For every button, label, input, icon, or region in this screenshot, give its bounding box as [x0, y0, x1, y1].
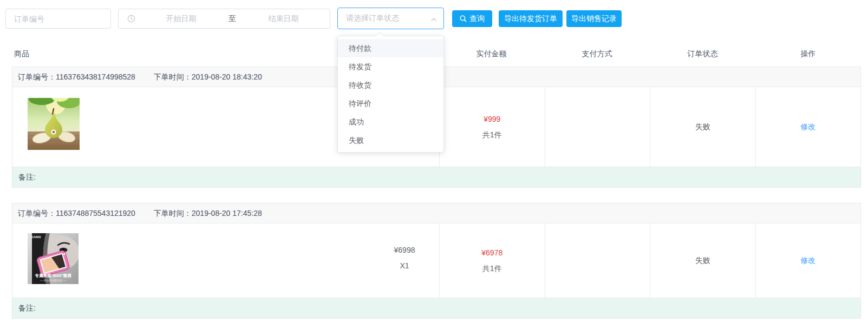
action-cell: 修改 [755, 87, 861, 167]
order-block: 订单编号：1163748875543121920 下单时间：2019-08-20… [12, 203, 861, 319]
order-time-value: 2019-08-20 17:45:28 [192, 209, 262, 218]
remark-label: 备注: [18, 304, 36, 312]
start-date-placeholder[interactable]: 开始日期 [139, 14, 223, 24]
status-option-success[interactable]: 成功 [338, 113, 443, 131]
export-pending-orders-button[interactable]: 导出待发货订单 [499, 10, 563, 27]
order-item-row: CASIO 专属美肌 9000°微调 — 持妆自拍新品色 — ¥6998 X1 … [12, 223, 860, 298]
order-status: 失败 [695, 119, 710, 135]
modify-link[interactable]: 修改 [800, 119, 815, 135]
product-image-pear[interactable] [28, 98, 80, 151]
order-status-cell: 失败 [650, 87, 755, 167]
header-action: 操作 [755, 49, 861, 59]
search-button-label: 查询 [469, 14, 485, 24]
unit-quantity: X1 [369, 258, 440, 274]
amount-cell: ¥6978 共1件 [439, 223, 545, 298]
status-option-pending-review[interactable]: 待评价 [338, 94, 443, 113]
chevron-up-icon [430, 16, 437, 24]
order-status-cell: 失败 [650, 223, 755, 298]
amount-cell: ¥999 共1件 [439, 87, 545, 167]
status-option-pending-payment[interactable]: 待付款 [338, 39, 443, 57]
header-status: 订单状态 [650, 49, 755, 59]
end-date-placeholder[interactable]: 结束日期 [242, 14, 325, 24]
order-header: 订单编号：1163748875543121920 下单时间：2019-08-20… [12, 203, 860, 223]
header-product: 商品 [12, 49, 357, 59]
date-range-separator: 至 [223, 14, 242, 24]
search-icon [460, 15, 467, 22]
paid-amount: ¥6978 [481, 245, 502, 261]
clock-icon [123, 15, 139, 23]
dropdown-arrow [376, 32, 383, 39]
order-number-label: 订单编号： [18, 209, 56, 218]
payment-method-cell [545, 223, 650, 298]
modify-link[interactable]: 修改 [800, 253, 815, 268]
status-option-failed[interactable]: 失败 [338, 131, 443, 149]
order-status-placeholder: 请选择订单状态 [346, 14, 399, 23]
header-payment: 支付方式 [544, 49, 650, 59]
order-time-label: 下单时间： [154, 209, 192, 218]
paid-amount-count: 共1件 [482, 127, 502, 143]
order-status-select[interactable]: 请选择订单状态 [337, 8, 444, 29]
order-number-value: 1163763438174998528 [56, 73, 135, 81]
order-time-label: 下单时间： [154, 73, 192, 81]
product-overlay-title: 专属美肌 9000°微调 [35, 273, 71, 278]
product-overlay-subtitle: — 持妆自拍新品色 — [40, 279, 66, 282]
paid-amount: ¥999 [484, 111, 500, 127]
payment-method-cell [545, 87, 650, 167]
product-brand-text: CASIO [31, 235, 41, 239]
status-option-pending-shipment[interactable]: 待发货 [338, 57, 443, 76]
remark-row: 备注: [12, 298, 860, 318]
remark-row: 备注: [12, 167, 860, 187]
order-time-value: 2019-08-20 18:43:20 [192, 73, 262, 81]
unit-price-block: ¥6998 X1 [369, 242, 440, 274]
export-sales-records-button[interactable]: 导出销售记录 [566, 10, 622, 27]
date-range-picker[interactable]: 开始日期 至 结束日期 [118, 9, 330, 29]
product-cell: CASIO 专属美肌 9000°微调 — 持妆自拍新品色 — ¥6998 X1 [12, 223, 439, 298]
unit-price: ¥6998 [369, 242, 440, 258]
order-number-label: 订单编号： [18, 73, 56, 81]
paid-amount-count: 共1件 [482, 261, 502, 276]
order-status-dropdown: 待付款 待发货 待收货 待评价 成功 失败 [337, 36, 444, 153]
order-status: 失败 [695, 253, 710, 268]
order-number-value: 1163748875543121920 [56, 209, 135, 218]
order-management-page: 开始日期 至 结束日期 请选择订单状态 查询 导出待发货订单 导出销售记录 商品… [0, 0, 868, 336]
search-button[interactable]: 查询 [452, 10, 492, 27]
status-option-pending-receipt[interactable]: 待收货 [338, 76, 443, 94]
product-image-camera[interactable]: CASIO 专属美肌 9000°微调 — 持妆自拍新品色 — [28, 233, 79, 286]
order-number-input[interactable] [5, 9, 111, 29]
remark-label: 备注: [18, 173, 36, 181]
action-cell: 修改 [755, 223, 861, 298]
header-amount: 实付金额 [439, 49, 544, 59]
